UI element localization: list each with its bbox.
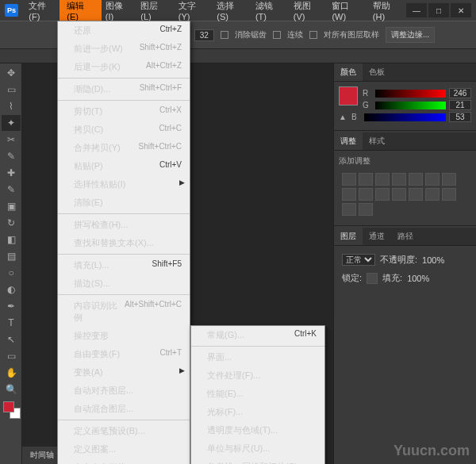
color-swatch[interactable]	[339, 86, 358, 105]
menu-item[interactable]: 参考线、网格和切片(S)...	[191, 458, 324, 464]
g-value[interactable]: 21	[449, 100, 471, 110]
menu-item: 操控变形	[58, 327, 190, 345]
antialias-checkbox[interactable]	[221, 31, 228, 39]
b-value[interactable]: 53	[449, 112, 471, 122]
adjustment-icon[interactable]	[409, 173, 423, 186]
layers-tab[interactable]: 图层	[334, 228, 363, 245]
foreground-background-colors[interactable]	[3, 401, 21, 419]
adjustment-icon[interactable]	[425, 173, 440, 186]
menu-window[interactable]: 窗口(W)	[326, 0, 367, 25]
r-slider[interactable]	[375, 90, 446, 98]
adjustments-panel: 添加调整	[334, 151, 476, 224]
adjustment-icon[interactable]	[342, 173, 356, 186]
color-tab[interactable]: 颜色	[334, 63, 363, 81]
brush-tool[interactable]: ✎	[2, 182, 21, 197]
styles-tab[interactable]: 样式	[363, 132, 391, 150]
eyedropper-tool[interactable]: ✎	[2, 148, 21, 164]
gradient-tool[interactable]: ▤	[2, 248, 21, 264]
timeline-panel-tab[interactable]: 时间轴	[22, 447, 62, 464]
paths-tab[interactable]: 路径	[391, 228, 420, 245]
menu-view[interactable]: 视图(V)	[288, 0, 327, 25]
adjustment-icon[interactable]	[342, 203, 356, 216]
close-button[interactable]: ✕	[451, 3, 471, 17]
tolerance-value[interactable]: 32	[194, 29, 214, 41]
menu-item: 定义自定形状...	[58, 458, 190, 464]
b-slider[interactable]	[364, 113, 446, 121]
minimize-button[interactable]: —	[406, 3, 427, 17]
path-tool[interactable]: ↖	[2, 332, 21, 347]
blur-tool[interactable]: ○	[2, 265, 21, 281]
contiguous-checkbox[interactable]	[273, 31, 281, 39]
menu-item[interactable]: 性能(E)...	[191, 385, 324, 403]
menu-item[interactable]: 选择性粘贴(I)▶	[58, 175, 190, 194]
channels-tab[interactable]: 通道	[363, 228, 391, 245]
shape-tool[interactable]: ▭	[2, 348, 21, 364]
toolbox: ✥ ▭ ⌇ ✦ ✂ ✎ ✚ ✎ ▣ ↻ ◧ ▤ ○ ◐ ✒ T ↖ ▭ ✋ 🔍	[0, 63, 22, 464]
crop-tool[interactable]: ✂	[2, 132, 21, 148]
preferences-submenu: 常规(G)...Ctrl+K界面...文件处理(F)...性能(E)...光标(…	[190, 325, 325, 464]
menu-filter[interactable]: 滤镜(T)	[250, 0, 288, 25]
antialias-label: 消除锯齿	[235, 29, 267, 40]
healing-tool[interactable]: ✚	[2, 165, 21, 181]
blend-mode-select[interactable]: 正常	[342, 254, 375, 266]
fill-value[interactable]: 100%	[407, 274, 429, 283]
contiguous-label: 连续	[287, 29, 303, 40]
clone-tool[interactable]: ▣	[2, 198, 21, 214]
adjustment-icon[interactable]	[392, 188, 406, 201]
lock-icon[interactable]	[367, 273, 378, 284]
adjustment-icon[interactable]	[359, 188, 373, 201]
hand-tool[interactable]: ✋	[2, 365, 21, 381]
menu-item[interactable]: 粘贴(P)Ctrl+V	[58, 157, 190, 175]
marquee-tool[interactable]: ▭	[2, 82, 21, 98]
g-slider[interactable]	[375, 102, 446, 109]
color-panel: R246 G21 ▲B53	[334, 82, 476, 128]
menu-item[interactable]: 还原Ctrl+Z	[58, 21, 190, 40]
menu-item[interactable]: 光标(F)...	[191, 403, 324, 421]
g-label: G	[363, 101, 372, 109]
edit-menu-dropdown: 还原Ctrl+Z前进一步(W)Shift+Ctrl+Z后退一步(K)Alt+Ct…	[57, 21, 190, 464]
move-tool[interactable]: ✥	[2, 65, 21, 81]
adjustment-icon[interactable]	[442, 173, 456, 186]
menu-item: 查找和替换文本(X)...	[58, 234, 190, 252]
type-tool[interactable]: T	[2, 315, 21, 331]
adjustment-icon[interactable]	[359, 173, 373, 186]
menu-item: 内容识别比例Alt+Shift+Ctrl+C	[58, 297, 190, 327]
eraser-tool[interactable]: ◧	[2, 232, 21, 247]
r-value[interactable]: 246	[449, 88, 471, 98]
menu-item[interactable]: 单位与标尺(U)...	[191, 439, 324, 458]
pen-tool[interactable]: ✒	[2, 298, 21, 314]
maximize-button[interactable]: □	[428, 3, 449, 17]
menu-item[interactable]: 文件处理(F)...	[191, 366, 324, 385]
zoom-tool[interactable]: 🔍	[2, 382, 21, 397]
magic-wand-tool[interactable]: ✦	[2, 115, 21, 131]
swatches-tab[interactable]: 色板	[363, 63, 391, 81]
history-brush-tool[interactable]: ↻	[2, 215, 21, 231]
layers-panel: 正常 不透明度: 100% 锁定: 填充: 100%	[334, 246, 476, 292]
adjustment-icon[interactable]	[392, 173, 406, 186]
adjustment-icon[interactable]	[342, 188, 356, 201]
menu-select[interactable]: 选择(S)	[211, 0, 250, 25]
lasso-tool[interactable]: ⌇	[2, 98, 21, 114]
menu-help[interactable]: 帮助(H)	[367, 0, 406, 25]
menu-item[interactable]: 透明度与色域(T)...	[191, 421, 324, 439]
all-layers-checkbox[interactable]	[309, 31, 317, 39]
adjustment-icon[interactable]	[409, 188, 423, 201]
adjustment-icon[interactable]	[375, 173, 390, 186]
adjustment-icon[interactable]	[359, 203, 373, 216]
opacity-value[interactable]: 100%	[422, 255, 444, 265]
lock-label: 锁定:	[342, 272, 362, 284]
menu-item[interactable]: 常规(G)...Ctrl+K	[191, 326, 324, 344]
adjustment-icon[interactable]	[442, 188, 456, 201]
adjustments-tab[interactable]: 调整	[334, 132, 363, 150]
menu-item: 拷贝(C)Ctrl+C	[58, 121, 190, 139]
menu-item: 后退一步(K)Alt+Ctrl+Z	[58, 58, 190, 76]
menu-file[interactable]: 文件(F)	[23, 0, 61, 25]
menu-item[interactable]: 界面...	[191, 348, 324, 366]
menu-item: 自由变换(F)Ctrl+T	[58, 345, 190, 363]
adjustment-icon[interactable]	[375, 188, 390, 201]
refine-edge-button[interactable]: 调整边缘...	[386, 27, 435, 43]
adjustment-icon[interactable]	[425, 188, 440, 201]
dodge-tool[interactable]: ◐	[2, 282, 21, 297]
foreground-color-swatch[interactable]	[3, 401, 14, 412]
menu-item[interactable]: 填充(L)...Shift+F5	[58, 256, 190, 274]
